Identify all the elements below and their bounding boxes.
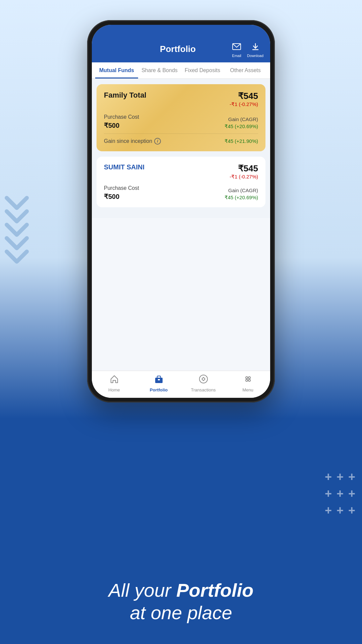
gain-inception-value: ₹45 (+21.90%) — [225, 138, 258, 144]
svg-point-7 — [246, 379, 248, 381]
person-current-value: ₹545 — [230, 163, 258, 174]
gain-cagr-value: ₹45 (+20.69%) — [225, 123, 258, 129]
tagline-line1: All your Portfolio — [0, 579, 362, 601]
svg-point-6 — [248, 377, 250, 379]
person-card: SUMIT SAINI ₹545 -₹1 (-0.27%) Purchase C… — [97, 157, 265, 207]
info-icon[interactable]: i — [154, 138, 161, 145]
tab-fixed-deposits[interactable]: Fixed Deposits — [181, 62, 224, 78]
decorative-chevrons — [3, 195, 30, 268]
gain-inception-label: Gain since inception i — [104, 138, 161, 145]
transactions-icon — [199, 374, 208, 386]
bottom-nav: Home Portfolio — [92, 371, 270, 398]
person-change: -₹1 (-0.27%) — [230, 174, 258, 180]
person-cagr-label: Gain (CAGR) — [225, 187, 258, 193]
page-title: Portfolio — [125, 44, 230, 54]
email-icon — [230, 40, 243, 53]
person-purchase-value: ₹500 — [104, 193, 139, 201]
gain-cagr-label: Gain (CAGR) — [225, 116, 258, 122]
tabs-row: Mutual Funds Share & Bonds Fixed Deposit… — [92, 62, 270, 79]
bottom-tagline: All your Portfolio at one place — [0, 579, 362, 624]
status-bar — [92, 25, 270, 37]
header-actions: Email Download — [230, 40, 263, 58]
svg-rect-3 — [158, 379, 160, 380]
nav-menu-label: Menu — [242, 387, 253, 392]
portfolio-icon — [154, 374, 164, 386]
download-icon — [249, 40, 262, 53]
person-name: SUMIT SAINI — [104, 163, 144, 171]
nav-portfolio[interactable]: Portfolio — [136, 374, 181, 392]
person-cagr-value: ₹45 (+20.69%) — [225, 195, 258, 201]
family-card-title: Family Total — [104, 91, 146, 100]
nav-transactions[interactable]: Transactions — [181, 374, 226, 392]
decorative-plus-grid: + + + + + + + + + — [325, 471, 355, 517]
purchase-cost-label: Purchase Cost — [104, 114, 139, 120]
tab-mutual-funds[interactable]: Mutual Funds — [95, 62, 138, 78]
phone-frame: Portfolio Email — [87, 20, 275, 402]
nav-home[interactable]: Home — [92, 374, 136, 392]
family-card: Family Total ₹545 -₹1 (-0.27%) Purchase … — [97, 84, 265, 151]
svg-point-4 — [199, 375, 207, 383]
person-purchase-label: Purchase Cost — [104, 185, 139, 191]
download-button[interactable]: Download — [247, 40, 263, 58]
family-current-value: ₹545 — [230, 91, 258, 101]
person-value: ₹545 -₹1 (-0.27%) — [230, 163, 258, 180]
email-button[interactable]: Email — [230, 40, 243, 58]
family-change: -₹1 (-0.27%) — [230, 101, 258, 107]
tagline-line2: at one place — [0, 601, 362, 624]
tab-other-assets[interactable]: Other Assets — [224, 62, 267, 78]
phone-screen: Portfolio Email — [92, 25, 270, 398]
tab-share-bonds[interactable]: Share & Bonds — [138, 62, 181, 78]
nav-transactions-label: Transactions — [191, 387, 216, 392]
app-header: Portfolio Email — [92, 37, 270, 62]
menu-icon — [243, 374, 253, 386]
nav-menu[interactable]: Menu — [226, 374, 270, 392]
nav-portfolio-label: Portfolio — [150, 387, 168, 392]
purchase-cost-value: ₹500 — [104, 121, 139, 129]
screen-content: Family Total ₹545 -₹1 (-0.27%) Purchase … — [92, 79, 270, 371]
nav-home-label: Home — [108, 387, 120, 392]
home-icon — [110, 374, 119, 386]
family-card-value: ₹545 -₹1 (-0.27%) — [230, 91, 258, 107]
svg-point-5 — [246, 377, 248, 379]
svg-point-8 — [248, 379, 250, 381]
